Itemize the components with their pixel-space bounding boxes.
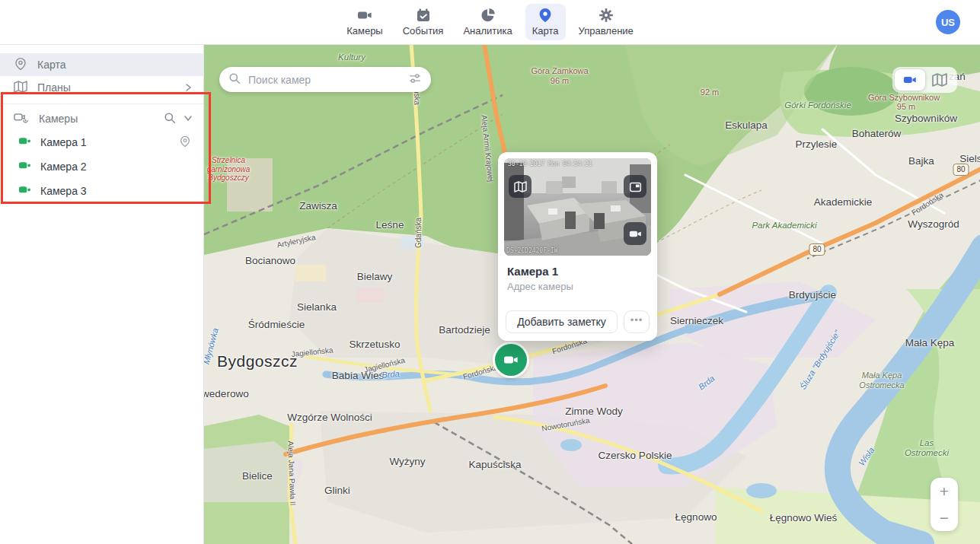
show-on-plan-button[interactable]: [509, 175, 531, 198]
calendar-icon: [416, 8, 431, 23]
map-canvas[interactable]: BydgoszczZawiszaLeśneBocianowoBielawySie…: [204, 44, 980, 544]
pie-chart-icon: [480, 8, 496, 23]
nav-management[interactable]: Управление: [572, 4, 640, 40]
popup-camera-title: Камера 1: [507, 265, 648, 278]
camera-map-marker[interactable]: [495, 344, 527, 376]
folded-map-icon: [14, 80, 27, 96]
map-layer-switcher: [892, 67, 957, 93]
camera-item-3[interactable]: Камера 3: [0, 179, 203, 203]
camera-green-icon: [18, 135, 31, 150]
camera-thumbnail[interactable]: 30-10-2017 Mon 04:54:21 DS-2CD2420F-IW: [504, 158, 651, 256]
camera-item-2-label: Камера 2: [40, 161, 191, 173]
more-options-button[interactable]: •••: [624, 310, 650, 333]
live-video-icon[interactable]: [624, 222, 646, 245]
open-in-window-icon[interactable]: [624, 175, 646, 198]
search-input[interactable]: [247, 73, 402, 87]
main-nav: Камеры События Аналитика Карта: [340, 4, 640, 40]
chevron-right-icon: [184, 83, 193, 92]
nav-cameras-label: Камеры: [346, 25, 383, 37]
gear-icon: [599, 8, 614, 23]
nav-map[interactable]: Карта: [525, 4, 566, 40]
cctv-timestamp: 30-10-2017 Mon 04:54:21: [508, 161, 592, 167]
add-note-button[interactable]: Добавить заметку: [506, 310, 618, 333]
sidebar: Карта Планы Камеры: [0, 44, 204, 544]
user-avatar[interactable]: US: [936, 10, 960, 34]
search-icon[interactable]: [164, 112, 176, 126]
video-camera-icon: [357, 8, 372, 23]
zoom-out-button[interactable]: −: [931, 504, 958, 531]
camera-item-2[interactable]: Камера 2: [0, 154, 203, 179]
camera-item-1[interactable]: Камера 1: [0, 130, 203, 154]
sidebar-cameras-header[interactable]: Камеры: [0, 107, 203, 130]
nav-analytics-label: Аналитика: [463, 25, 512, 37]
map-zoom-control: + −: [931, 478, 958, 531]
popup-camera-address: Адрес камеры: [507, 281, 648, 292]
nav-management-label: Управление: [579, 25, 634, 37]
nav-map-label: Карта: [532, 25, 559, 37]
zoom-in-button[interactable]: +: [931, 478, 958, 504]
nav-events-label: События: [403, 25, 444, 37]
nav-events[interactable]: События: [396, 4, 451, 40]
camera-green-icon: [18, 159, 31, 174]
camera-popup-card: 30-10-2017 Mon 04:54:21 DS-2CD2420F-IW К…: [498, 152, 657, 341]
sidebar-cameras-label: Камеры: [39, 113, 154, 125]
sidebar-item-plans[interactable]: Планы: [0, 76, 203, 99]
camera-green-icon: [18, 183, 31, 199]
app-window: Камеры События Аналитика Карта: [0, 0, 980, 544]
top-navigation-bar: Камеры События Аналитика Карта: [0, 0, 980, 45]
location-pin-outline-icon: [14, 57, 27, 73]
sidebar-plans-label: Планы: [37, 81, 174, 94]
layer-map-toggle[interactable]: [925, 69, 956, 91]
chevron-down-icon[interactable]: [184, 113, 193, 125]
sidebar-item-map[interactable]: Карта: [0, 53, 203, 76]
multi-camera-icon: [14, 111, 29, 127]
cctv-camera-model: DS-2CD2420F-IW: [506, 247, 557, 254]
sidebar-map-label: Карта: [37, 59, 193, 71]
sidebar-divider: [0, 103, 203, 104]
camera-item-1-label: Камера 1: [40, 136, 170, 148]
location-pin-icon: [538, 8, 553, 23]
camera-search-bar[interactable]: [219, 67, 431, 92]
nav-cameras[interactable]: Камеры: [340, 4, 390, 40]
layer-cameras-toggle[interactable]: [895, 69, 925, 91]
nav-analytics[interactable]: Аналитика: [456, 4, 519, 40]
filter-sliders-icon[interactable]: [408, 72, 422, 88]
camera-location-pin-icon[interactable]: [179, 135, 191, 150]
camera-item-3-label: Камера 3: [40, 185, 191, 197]
search-icon: [228, 72, 241, 87]
